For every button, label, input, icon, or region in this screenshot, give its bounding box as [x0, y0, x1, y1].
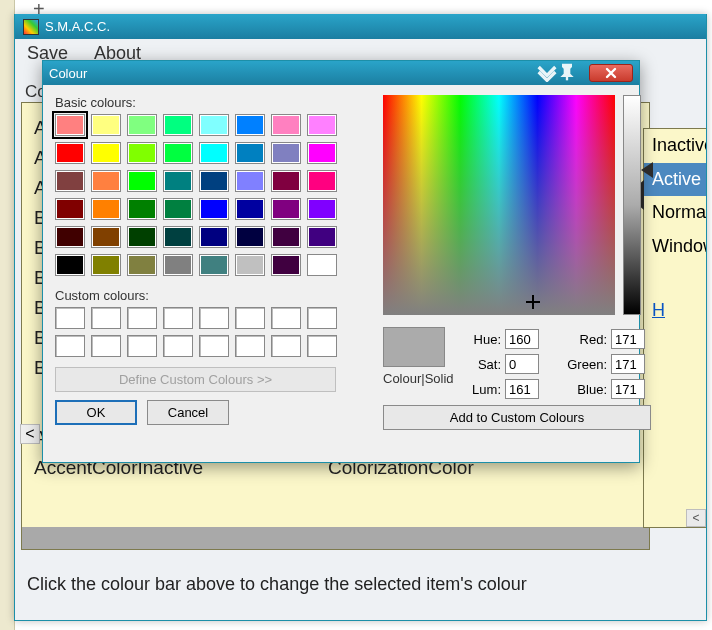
- basic-swatch[interactable]: [163, 142, 193, 164]
- basic-swatch[interactable]: [307, 198, 337, 220]
- hue-input[interactable]: [505, 329, 539, 349]
- basic-swatch[interactable]: [271, 114, 301, 136]
- menu-save[interactable]: Save: [27, 43, 68, 61]
- colour-gradient-field[interactable]: [383, 95, 615, 315]
- right-item-window[interactable]: Window: [644, 230, 706, 264]
- basic-swatch[interactable]: [271, 142, 301, 164]
- basic-swatch[interactable]: [127, 226, 157, 248]
- basic-swatch[interactable]: [307, 142, 337, 164]
- basic-swatch[interactable]: [307, 226, 337, 248]
- luminosity-slider[interactable]: [623, 95, 641, 315]
- lum-input[interactable]: [505, 379, 539, 399]
- custom-swatch[interactable]: [199, 307, 229, 329]
- menu-about[interactable]: About: [94, 43, 141, 61]
- add-to-custom-colours-button[interactable]: Add to Custom Colours: [383, 405, 651, 430]
- custom-swatch[interactable]: [55, 335, 85, 357]
- custom-swatch[interactable]: [163, 335, 193, 357]
- basic-swatch[interactable]: [235, 170, 265, 192]
- pin-icon[interactable]: [557, 62, 577, 85]
- basic-swatch[interactable]: [127, 198, 157, 220]
- basic-swatch[interactable]: [55, 198, 85, 220]
- right-item-active[interactable]: Active: [644, 163, 706, 196]
- custom-swatch[interactable]: [163, 307, 193, 329]
- custom-swatch[interactable]: [271, 307, 301, 329]
- basic-swatch[interactable]: [199, 198, 229, 220]
- basic-swatch[interactable]: [307, 114, 337, 136]
- basic-swatch[interactable]: [55, 254, 85, 276]
- basic-swatch[interactable]: [199, 254, 229, 276]
- basic-swatch[interactable]: [163, 226, 193, 248]
- custom-swatch[interactable]: [91, 307, 121, 329]
- custom-swatch[interactable]: [91, 335, 121, 357]
- basic-swatch[interactable]: [55, 142, 85, 164]
- close-button[interactable]: [589, 64, 633, 82]
- basic-swatch[interactable]: [235, 254, 265, 276]
- custom-swatch[interactable]: [127, 307, 157, 329]
- basic-swatch[interactable]: [307, 254, 337, 276]
- custom-swatch[interactable]: [307, 307, 337, 329]
- basic-swatch[interactable]: [127, 254, 157, 276]
- basic-swatch[interactable]: [163, 198, 193, 220]
- red-label: Red:: [567, 332, 607, 347]
- basic-swatch[interactable]: [163, 114, 193, 136]
- chevron-down-icon[interactable]: [537, 62, 557, 85]
- colour-dialog-title: Colour: [49, 66, 87, 81]
- basic-swatch[interactable]: [271, 226, 301, 248]
- basic-swatch[interactable]: [91, 198, 121, 220]
- basic-swatch[interactable]: [235, 226, 265, 248]
- crosshair-icon: [526, 295, 540, 309]
- basic-swatch[interactable]: [199, 226, 229, 248]
- basic-swatch[interactable]: [55, 170, 85, 192]
- colour-bar[interactable]: [22, 527, 649, 549]
- svg-rect-0: [566, 75, 568, 80]
- basic-swatch[interactable]: [91, 114, 121, 136]
- custom-swatch[interactable]: [271, 335, 301, 357]
- red-input[interactable]: [611, 329, 645, 349]
- background-strip: [0, 0, 15, 630]
- basic-swatch[interactable]: [55, 226, 85, 248]
- scroll-left-button[interactable]: <: [20, 424, 40, 444]
- right-item-normal[interactable]: Normal: [644, 196, 706, 230]
- basic-swatch[interactable]: [235, 198, 265, 220]
- basic-swatch[interactable]: [91, 226, 121, 248]
- sat-input[interactable]: [505, 354, 539, 374]
- basic-swatch[interactable]: [91, 170, 121, 192]
- green-input[interactable]: [611, 354, 645, 374]
- basic-swatch[interactable]: [91, 254, 121, 276]
- basic-swatch[interactable]: [199, 142, 229, 164]
- basic-swatch[interactable]: [163, 170, 193, 192]
- basic-swatch[interactable]: [199, 170, 229, 192]
- basic-swatch[interactable]: [127, 114, 157, 136]
- basic-swatch[interactable]: [199, 114, 229, 136]
- basic-swatch[interactable]: [235, 114, 265, 136]
- custom-swatch[interactable]: [307, 335, 337, 357]
- basic-swatch[interactable]: [271, 254, 301, 276]
- right-link[interactable]: H: [644, 294, 706, 327]
- cancel-button[interactable]: Cancel: [147, 400, 229, 425]
- blue-input[interactable]: [611, 379, 645, 399]
- basic-swatch[interactable]: [271, 170, 301, 192]
- custom-swatch[interactable]: [199, 335, 229, 357]
- right-item-inactive[interactable]: Inactive: [644, 129, 706, 163]
- luminosity-caret-icon: [641, 162, 653, 178]
- basic-swatch[interactable]: [271, 198, 301, 220]
- basic-swatch[interactable]: [235, 142, 265, 164]
- ok-button[interactable]: OK: [55, 400, 137, 425]
- basic-swatch[interactable]: [91, 142, 121, 164]
- basic-swatch[interactable]: [163, 254, 193, 276]
- custom-swatch[interactable]: [235, 307, 265, 329]
- colour-dialog-titlebar[interactable]: Colour: [43, 61, 639, 85]
- lum-label: Lum:: [469, 382, 501, 397]
- basic-swatch[interactable]: [127, 170, 157, 192]
- basic-swatch[interactable]: [55, 114, 85, 136]
- colour-solid-label: Colour|Solid: [383, 371, 454, 386]
- basic-swatch[interactable]: [307, 170, 337, 192]
- custom-swatch[interactable]: [55, 307, 85, 329]
- smacc-titlebar[interactable]: S.M.A.C.C.: [15, 14, 706, 39]
- custom-swatch[interactable]: [235, 335, 265, 357]
- scroll-left-icon[interactable]: <: [686, 509, 706, 527]
- sat-label: Sat:: [469, 357, 501, 372]
- smacc-logo-icon: [23, 19, 39, 35]
- basic-swatch[interactable]: [127, 142, 157, 164]
- custom-swatch[interactable]: [127, 335, 157, 357]
